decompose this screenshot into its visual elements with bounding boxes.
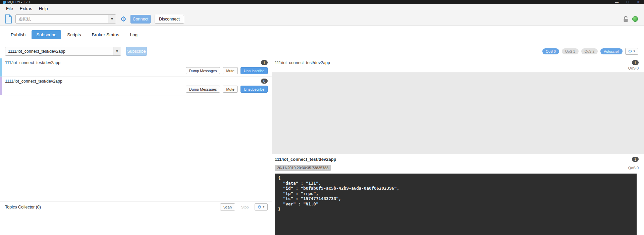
subscribe-controls: ▼ Subscribe	[0, 44, 272, 58]
unlocked-lock-icon	[623, 16, 629, 22]
minimize-button[interactable]: —	[615, 0, 619, 4]
new-profile-icon[interactable]	[5, 14, 12, 23]
subscription-item[interactable]: 111/iot_connect_test/dev2app 1 Dump Mess…	[0, 58, 272, 77]
collector-settings-button[interactable]: ⚙ ▼	[255, 203, 268, 210]
chevron-down-icon: ▼	[262, 205, 265, 208]
connection-toolbar: ▼ ⚙ Connect Disconnect	[0, 13, 644, 26]
message-count-badge: 1	[261, 60, 268, 65]
connected-status-icon	[632, 16, 638, 22]
detail-number-badge: 1	[632, 157, 639, 162]
messages-panel: QoS 0 QoS 1 QoS 2 Autoscroll ⚙ ▼ 111/iot…	[272, 44, 644, 235]
detail-timestamp: 26-11-2019 20:30:35.73835788	[275, 165, 331, 171]
message-row[interactable]: 111/iot_connect_test/dev2app 1 QoS 0	[272, 58, 644, 72]
unsubscribe-button[interactable]: Unsubscribe	[240, 86, 268, 93]
menu-help[interactable]: Help	[36, 5, 51, 12]
window-titlebar: MQTT.fx - 1.7.1 — □ ✕	[0, 0, 644, 4]
mute-button[interactable]: Mute	[223, 67, 237, 74]
topics-collector-label: Topics Collector (0)	[5, 205, 41, 209]
menu-extras[interactable]: Extras	[16, 5, 36, 12]
detail-qos-label: QoS 0	[628, 166, 639, 170]
dump-messages-button[interactable]: Dump Messages	[186, 67, 220, 74]
qos1-filter-chip[interactable]: QoS 1	[562, 48, 579, 54]
topics-collector-bar: Topics Collector (0) Scan Stop ⚙ ▼	[0, 201, 272, 213]
close-button[interactable]: ✕	[637, 0, 640, 4]
chevron-down-icon[interactable]: ▼	[108, 15, 116, 23]
connection-settings-gear-icon[interactable]: ⚙	[120, 15, 126, 22]
tab-broker-status[interactable]: Broker Status	[87, 30, 124, 39]
topic-input[interactable]	[5, 47, 113, 55]
message-count-badge: 0	[261, 79, 268, 84]
maximize-button[interactable]: □	[627, 0, 629, 4]
unsubscribe-button[interactable]: Unsubscribe	[240, 67, 268, 74]
subscription-list: 111/iot_connect_test/dev2app 1 Dump Mess…	[0, 58, 272, 95]
subscription-color-stripe	[0, 58, 2, 77]
connection-profile-input[interactable]	[16, 15, 108, 23]
payload-viewer: { "data" : "111", "id" : "b8fab8f9-ac5b-…	[275, 174, 637, 235]
message-detail: 111/iot_connect_test/dev2app 1 26-11-201…	[272, 154, 644, 235]
gear-icon: ⚙	[628, 49, 632, 53]
connection-profile-select[interactable]: ▼	[15, 14, 116, 23]
menu-file[interactable]: File	[3, 5, 16, 12]
scan-button[interactable]: Scan	[220, 203, 235, 210]
qos2-filter-chip[interactable]: QoS 2	[581, 48, 598, 54]
autoscroll-toggle[interactable]: Autoscroll	[600, 48, 623, 54]
tab-log[interactable]: Log	[125, 30, 142, 39]
disconnect-button[interactable]: Disconnect	[155, 15, 184, 23]
dump-messages-button[interactable]: Dump Messages	[186, 86, 220, 93]
connect-button[interactable]: Connect	[130, 15, 151, 23]
subscription-topic: 111/iot_connect_test/dev2app	[5, 60, 60, 65]
detail-topic: 111/iot_connect_test/dev2app	[275, 157, 336, 162]
subscription-item[interactable]: 1111/iot_connect_test/dev2app 0 Dump Mes…	[0, 77, 272, 95]
chevron-down-icon: ▼	[633, 50, 636, 53]
window-title: MQTT.fx - 1.7.1	[7, 0, 31, 4]
tab-publish[interactable]: Publish	[6, 30, 30, 39]
subscription-topic: 1111/iot_connect_test/dev2app	[5, 79, 62, 84]
topic-combobox[interactable]: ▼	[5, 47, 121, 56]
subscription-color-stripe	[0, 77, 2, 95]
message-list: 111/iot_connect_test/dev2app 1 QoS 0	[272, 58, 644, 154]
mute-button[interactable]: Mute	[223, 86, 237, 93]
subscribe-view: ▼ Subscribe 111/iot_connect_test/dev2app…	[0, 44, 644, 235]
window-controls: — □ ✕	[615, 0, 640, 4]
subscriptions-panel: ▼ Subscribe 111/iot_connect_test/dev2app…	[0, 44, 272, 235]
message-topic: 111/iot_connect_test/dev2app	[275, 60, 330, 65]
subscribe-button[interactable]: Subscribe	[126, 47, 147, 56]
messages-settings-button[interactable]: ⚙ ▼	[625, 48, 638, 55]
chevron-down-icon[interactable]: ▼	[113, 47, 121, 55]
message-filter-controls: QoS 0 QoS 1 QoS 2 Autoscroll ⚙ ▼	[272, 44, 644, 58]
message-number-badge: 1	[632, 60, 639, 65]
tab-subscribe[interactable]: Subscribe	[32, 30, 61, 39]
app-icon	[3, 1, 6, 4]
main-tabs: Publish Subscribe Scripts Broker Status …	[0, 26, 644, 44]
tab-scripts[interactable]: Scripts	[62, 30, 86, 39]
stop-button[interactable]: Stop	[238, 203, 252, 210]
connection-status-area	[623, 16, 639, 22]
menu-bar: File Extras Help	[0, 4, 644, 13]
qos0-filter-chip[interactable]: QoS 0	[542, 48, 559, 54]
gear-icon: ⚙	[257, 205, 261, 209]
message-qos-label: QoS 0	[275, 66, 639, 70]
